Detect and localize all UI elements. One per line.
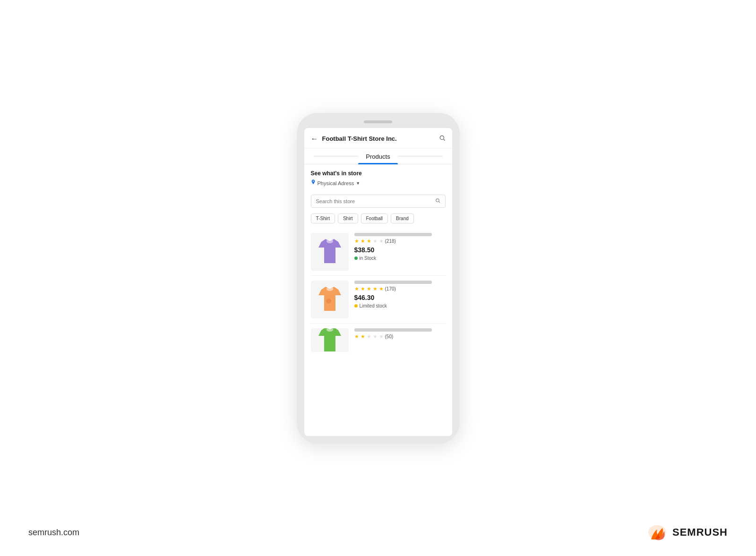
star-2-1: ★: [354, 286, 359, 292]
product-list: ★ ★ ★ ★ ★ (218) $38.50 in Stock: [304, 228, 452, 436]
tabs-bar: Products: [304, 148, 452, 164]
stock-dot-2: [354, 304, 358, 308]
store-section: See what's in store Physical Adress ▼: [304, 164, 452, 191]
header-left: ← Football T-Shirt Store Inc.: [311, 135, 397, 143]
see-whats-label: See what's in store: [311, 170, 446, 177]
product-info-1: ★ ★ ★ ★ ★ (218) $38.50 in Stock: [354, 233, 446, 271]
header-search-icon[interactable]: [439, 135, 446, 143]
semrush-icon: [647, 524, 668, 541]
star-3-3: ★: [367, 334, 371, 340]
search-bar-icon: [435, 198, 440, 205]
search-container: [304, 191, 452, 212]
stars-row-1: ★ ★ ★ ★ ★ (218): [354, 238, 446, 244]
product-name-bar-2: [354, 281, 432, 284]
product-image-1: [311, 233, 349, 271]
tab-products[interactable]: Products: [358, 148, 397, 164]
product-name-bar-1: [354, 233, 432, 236]
semrush-logo: SEMRUSH: [647, 524, 728, 541]
footer: semrush.com SEMRUSH: [0, 524, 756, 541]
phone-speaker: [364, 120, 392, 123]
product-image-3: [311, 328, 349, 352]
product-item-1[interactable]: ★ ★ ★ ★ ★ (218) $38.50 in Stock: [311, 228, 446, 276]
product-price-2: $46.30: [354, 294, 446, 301]
star-2-3: ★: [367, 286, 371, 292]
search-input[interactable]: [316, 198, 432, 204]
filter-tag-tshirt[interactable]: T-Shirt: [311, 214, 335, 223]
star-2-2: ★: [361, 286, 365, 292]
svg-line-1: [443, 139, 445, 141]
store-title: Football T-Shirt Store Inc.: [322, 135, 397, 142]
svg-point-5: [326, 239, 333, 243]
svg-point-0: [440, 136, 444, 139]
filter-tags: T-Shirt Shirt Football Brand: [304, 212, 452, 228]
stars-row-2: ★ ★ ★ ★ ★ (170): [354, 286, 446, 292]
location-pin-icon: [311, 180, 316, 187]
star-1-1: ★: [354, 238, 359, 244]
star-3-1: ★: [354, 334, 359, 340]
phone-screen: ← Football T-Shirt Store Inc. Products S…: [304, 128, 452, 436]
stars-row-3: ★ ★ ★ ★ ★ (50): [354, 334, 446, 340]
stock-row-1: in Stock: [354, 256, 446, 261]
tab-line-left: [314, 156, 359, 156]
stock-text-1: in Stock: [360, 256, 377, 261]
semrush-brand-name: SEMRUSH: [672, 526, 728, 539]
product-name-bar-3: [354, 328, 432, 332]
product-info-3: ★ ★ ★ ★ ★ (50): [354, 328, 446, 352]
footer-domain: semrush.com: [28, 528, 79, 538]
star-1-2: ★: [361, 238, 365, 244]
stock-row-2: Limited stock: [354, 303, 446, 308]
svg-point-7: [326, 287, 333, 291]
star-3-2: ★: [361, 334, 365, 340]
product-image-2: [311, 281, 349, 318]
filter-tag-brand[interactable]: Brand: [391, 214, 414, 223]
back-button[interactable]: ←: [311, 135, 318, 143]
star-1-3: ★: [367, 238, 371, 244]
product-item-3[interactable]: ★ ★ ★ ★ ★ (50): [311, 324, 446, 357]
product-info-2: ★ ★ ★ ★ ★ (170) $46.30 Limited stock: [354, 281, 446, 318]
svg-point-8: [326, 298, 331, 303]
phone-frame: ← Football T-Shirt Store Inc. Products S…: [297, 113, 460, 444]
location-caret-icon: ▼: [356, 181, 360, 186]
location-text: Physical Adress: [318, 180, 354, 186]
stock-dot-1: [354, 257, 358, 260]
review-count-2: (170): [385, 286, 396, 291]
star-2-4: ★: [373, 286, 378, 292]
star-3-5: ★: [379, 334, 384, 340]
review-count-3: (50): [385, 334, 394, 339]
filter-tag-shirt[interactable]: Shirt: [338, 214, 358, 223]
product-item-2[interactable]: ★ ★ ★ ★ ★ (170) $46.30 Limited stock: [311, 276, 446, 324]
review-count-1: (218): [385, 239, 396, 244]
star-2-5: ★: [379, 286, 384, 292]
location-row[interactable]: Physical Adress ▼: [311, 180, 446, 187]
svg-line-3: [438, 201, 439, 202]
star-1-5: ★: [379, 238, 384, 244]
product-price-1: $38.50: [354, 246, 446, 254]
stock-text-2: Limited stock: [360, 303, 387, 308]
svg-marker-9: [318, 328, 341, 351]
star-3-4: ★: [373, 334, 378, 340]
star-1-4: ★: [373, 238, 378, 244]
search-bar[interactable]: [311, 195, 446, 208]
filter-tag-football[interactable]: Football: [361, 214, 388, 223]
tab-line-right: [398, 156, 443, 156]
app-header: ← Football T-Shirt Store Inc.: [304, 128, 452, 148]
